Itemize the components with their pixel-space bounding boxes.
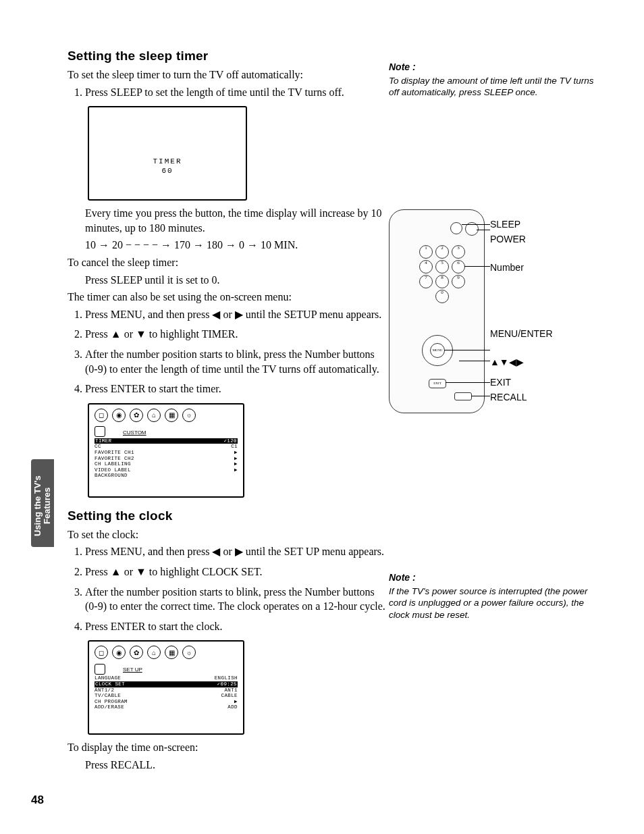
sleep-menu-step-4: Press ENTER to start the timer. [85, 382, 389, 396]
osd-row: CH PROGRAM▶ [95, 699, 238, 705]
remote-diagram: 1 2 3 4 5 6 7 8 9 0 MENU EXIT SLEEP POWE… [389, 209, 612, 425]
label-number: Number [490, 262, 524, 273]
clock-intro: To set the clock: [68, 527, 389, 542]
osd-row: TV/CABLECABLE [95, 693, 238, 699]
number-0-button: 0 [435, 290, 449, 303]
osd-icon-row: ◻◉✿⌂▦☼ [95, 646, 238, 659]
osd-row: CCC1 [95, 444, 238, 450]
osd-category-label: SET UP [123, 667, 142, 673]
osd-icon: ✿ [130, 409, 143, 422]
manual-page: Setting the sleep timer To set the sleep… [0, 0, 644, 834]
note-body: If the TV's power source is interrupted … [389, 585, 598, 621]
down-triangle-icon: ▼ [136, 328, 146, 340]
menu-enter-button: MENU [430, 343, 445, 358]
number-5-button: 5 [435, 260, 449, 273]
clock-tail-hd: To display the time on-screen: [68, 740, 389, 755]
sleep-menu-step-3: After the number position starts to blin… [85, 347, 389, 376]
osd-category-label: CUSTOM [123, 429, 146, 436]
leader-line [477, 230, 490, 230]
label-arrows: ▲▼◀▶ [490, 357, 524, 367]
osd-row: FAVORITE CH2▶ [95, 456, 238, 462]
osd-icon: ◻ [95, 409, 108, 422]
osd-icon-row: ◻◉✿⌂▦☼ [95, 409, 238, 422]
label-menu-enter: MENU/ENTER [490, 328, 553, 339]
osd-icon: ▦ [165, 409, 178, 422]
osd-row: VIDEO LABEL▶ [95, 467, 238, 473]
screen-line-2: 60 [89, 167, 246, 175]
note-2: Note : If the TV's power source is inter… [389, 571, 598, 621]
osd-row: TIMER✓120 [95, 438, 238, 444]
clock-heading: Setting the clock [68, 509, 389, 523]
number-1-button: 1 [419, 245, 433, 259]
left-triangle-icon: ◀ [212, 309, 220, 320]
sleep-cancel-hd: To cancel the sleep timer: [68, 255, 389, 270]
clock-step-4: Press ENTER to start the clock. [85, 619, 389, 634]
recall-button [454, 392, 472, 400]
label-recall: RECALL [490, 392, 527, 402]
osd-icon: ⌂ [147, 409, 161, 422]
sleep-steps-1: Press SLEEP to set the length of time un… [68, 85, 389, 100]
number-9-button: 9 [452, 275, 465, 288]
leader-line [464, 266, 490, 267]
osd-icon: ☼ [182, 646, 196, 659]
sleep-after-box: Every time you press the button, the tim… [85, 206, 389, 235]
osd-category-icon [95, 664, 105, 675]
sleep-intro: To set the sleep timer to turn the TV of… [68, 68, 389, 82]
sleep-timer-heading: Setting the sleep timer [68, 49, 389, 63]
clock-step-3: After the number position starts to blin… [85, 585, 389, 614]
number-7-button: 7 [419, 275, 433, 288]
up-triangle-icon: ▲ [111, 566, 122, 577]
note-heading: Note : [389, 571, 598, 584]
tv-screen-timer: TIMER 60 [88, 106, 247, 201]
main-column: Setting the sleep timer To set the sleep… [68, 49, 389, 772]
page-number: 48 [31, 793, 44, 807]
screen-line-1: TIMER [89, 157, 246, 165]
label-sleep: SLEEP [490, 219, 520, 230]
number-2-button: 2 [435, 245, 449, 259]
sleep-menu-hd: The timer can also be set using the on-s… [68, 290, 389, 305]
osd-row: ADD/ERASEADD [95, 704, 238, 710]
osd-category-icon [95, 426, 105, 437]
osd-icon: ◉ [112, 646, 126, 659]
note-1: Note : To display the amount of time lef… [389, 61, 598, 99]
leader-line [459, 361, 490, 361]
osd-row-list-2: LANGUAGEENGLISHCLOCK SET✓09:25ANT1/2ANT1… [95, 675, 238, 710]
label-power: POWER [490, 234, 526, 244]
sleep-cancel-body: Press SLEEP until it is set to 0. [85, 273, 389, 288]
leader-line [462, 224, 490, 225]
section-tab: Using the TV's Features [31, 459, 54, 547]
osd-row: CH LABELING▶ [95, 461, 238, 467]
clock-step-2: Press ▲ or ▼ to highlight CLOCK SET. [85, 565, 389, 579]
leader-line [444, 350, 490, 350]
leader-line [446, 382, 490, 383]
osd-icon: ⌂ [147, 646, 161, 659]
osd-icon: ◉ [112, 409, 126, 422]
sleep-menu-step-2: Press ▲ or ▼ to highlight TIMER. [85, 327, 389, 342]
label-exit: EXIT [490, 377, 511, 388]
up-triangle-icon: ▲ [111, 328, 122, 340]
down-triangle-icon: ▼ [136, 566, 146, 577]
clock-tail-body: Press RECALL. [85, 758, 389, 773]
number-4-button: 4 [419, 260, 433, 273]
right-triangle-icon: ▶ [235, 309, 243, 320]
leader-line [471, 396, 490, 396]
number-6-button: 6 [452, 260, 465, 273]
section-tab-label: Using the TV's Features [33, 465, 52, 547]
osd-row-list-1: TIMER✓120CCC1FAVORITE CH1▶FAVORITE CH2▶C… [95, 438, 238, 479]
osd-row: LANGUAGEENGLISH [95, 675, 238, 681]
osd-menu-custom: ◻◉✿⌂▦☼ CUSTOM TIMER✓120CCC1FAVORITE CH1▶… [88, 403, 244, 498]
right-triangle-icon: ▶ [235, 546, 243, 557]
sleep-menu-steps: Press MENU, and then press ◀ or ▶ until … [68, 307, 389, 396]
osd-row: FAVORITE CH1▶ [95, 450, 238, 456]
sleep-sequence: 10 → 20 − − − − → 170 → 180 → 0 → 10 MIN… [85, 238, 389, 253]
clock-steps: Press MENU, and then press ◀ or ▶ until … [68, 544, 389, 633]
sleep-button [450, 222, 462, 234]
osd-row: BACKGROUND [95, 473, 238, 479]
sleep-menu-step-1: Press MENU, and then press ◀ or ▶ until … [85, 307, 389, 322]
note-body: To display the amount of time left until… [389, 75, 598, 99]
note-heading: Note : [389, 61, 598, 74]
osd-menu-setup: ◻◉✿⌂▦☼ SET UP LANGUAGEENGLISHCLOCK SET✓0… [88, 640, 244, 735]
number-8-button: 8 [435, 275, 449, 288]
osd-row: ANT1/2ANT1 [95, 687, 238, 694]
clock-step-1: Press MENU, and then press ◀ or ▶ until … [85, 544, 389, 559]
